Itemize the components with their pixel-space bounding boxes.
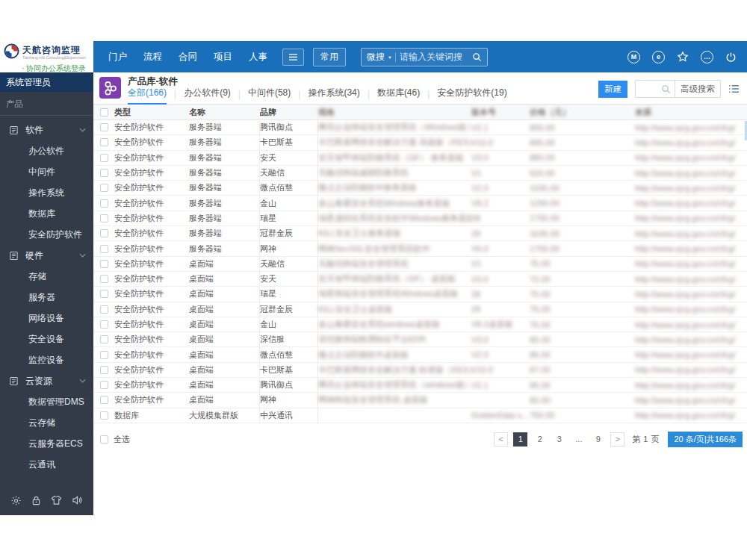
cell: http://www.zjcg.gov.cn/cfcg/ xyxy=(635,335,747,344)
header-checkbox[interactable] xyxy=(100,108,108,116)
sidebar-item-2-0[interactable]: 数据管理DMS xyxy=(0,391,93,412)
nav-item-0[interactable]: 门户 xyxy=(108,51,127,63)
sidebar-item-2-1[interactable]: 云存储 xyxy=(0,412,93,433)
prev-page-button[interactable]: < xyxy=(494,432,508,447)
m-app-icon[interactable]: M xyxy=(627,51,640,63)
row-checkbox[interactable] xyxy=(100,381,108,389)
sidebar-item-1-1[interactable]: 服务器 xyxy=(0,287,93,308)
select-all-checkbox[interactable] xyxy=(100,435,108,444)
page-size-summary[interactable]: 20 条/页|共166条 xyxy=(668,432,743,447)
table-row: 安全防护软件桌面端瑞星瑞星终端安全管理系统Windows桌面版2875.00ht… xyxy=(93,287,747,302)
row-checkbox[interactable] xyxy=(100,351,108,359)
table-row: 安全防护软件桌面端深信服深信服终端检测响应平台EDRV3.085.00http:… xyxy=(93,332,747,347)
cell: 安全防护软件 xyxy=(114,152,189,164)
row-checkbox[interactable] xyxy=(100,169,108,177)
nav-item-2[interactable]: 合同 xyxy=(179,51,197,63)
power-logout-icon[interactable] xyxy=(725,52,737,63)
page-button-3[interactable]: 3 xyxy=(552,432,566,447)
message-icon[interactable]: e xyxy=(652,51,665,63)
pagination: <123...9>第1页20 条/页|共166条 xyxy=(494,432,743,447)
sidebar-item-0-3[interactable]: 数据库 xyxy=(0,203,93,224)
page-button-1[interactable]: 1 xyxy=(513,432,527,447)
sidebar-item-0-1[interactable]: 中间件 xyxy=(0,161,93,182)
sidebar-group-0[interactable]: 软件 xyxy=(0,119,93,140)
more-options-icon[interactable]: … xyxy=(701,51,713,63)
sidebar-item-2-2[interactable]: 云服务器ECS xyxy=(0,433,93,454)
table-row: 安全防护软件桌面端微点佰慧微点主动防御软件桌面版V2.085.00http://… xyxy=(93,347,747,362)
sidebar-item-0-4[interactable]: 安全防护软件 xyxy=(0,224,93,245)
cell: 服务器端 xyxy=(189,166,260,180)
sidebar-group-2[interactable]: 云资源 xyxy=(0,370,93,391)
row-checkbox[interactable] xyxy=(100,123,108,131)
search-engine-selector[interactable]: 微搜 xyxy=(367,51,385,63)
table-row: 安全防护软件服务器端天融信天融信终端威胁防御系统V1520.00http://w… xyxy=(93,166,747,181)
advanced-search-button[interactable]: 高级搜索 xyxy=(675,81,720,97)
product-table: 类型名称品牌规格版本号价格（元）来源 安全防护软件服务器端腾讯御点腾讯企业终端安… xyxy=(93,105,747,423)
tab-3[interactable]: 操作系统(34) xyxy=(308,87,359,105)
nav-item-4[interactable]: 人事 xyxy=(249,51,267,63)
next-page-button[interactable]: > xyxy=(610,432,624,447)
search-icon[interactable] xyxy=(661,84,671,94)
row-checkbox[interactable] xyxy=(100,199,108,208)
sidebar-section-label: 产品 xyxy=(0,92,93,115)
table-search-input[interactable] xyxy=(636,84,661,93)
tab-4[interactable]: 数据库(46) xyxy=(377,87,420,105)
apps-menu-button[interactable] xyxy=(282,49,304,66)
row-checkbox[interactable] xyxy=(100,275,108,283)
row-checkbox[interactable] xyxy=(100,335,108,343)
page-button-9[interactable]: 9 xyxy=(591,432,605,447)
cell: 76.00 xyxy=(530,320,635,329)
nav-item-1[interactable]: 流程 xyxy=(143,51,162,63)
select-all[interactable]: 全选 xyxy=(100,434,130,445)
row-checkbox[interactable] xyxy=(100,245,108,253)
speaker-icon[interactable] xyxy=(72,495,83,505)
cell: 深信服 xyxy=(260,332,318,346)
sidebar-group-label: 硬件 xyxy=(25,249,72,262)
row-checkbox[interactable] xyxy=(100,154,108,162)
row-checkbox[interactable] xyxy=(100,290,108,298)
favorites-star-icon[interactable] xyxy=(677,51,689,63)
oa-login-link[interactable]: · 协同办公系统登录 xyxy=(22,63,93,74)
page-button-...[interactable]: ... xyxy=(571,432,586,447)
company-name-en: Tianhang Info Consulting&Supervision xyxy=(22,55,86,60)
theme-shirt-icon[interactable] xyxy=(51,495,62,505)
row-checkbox[interactable] xyxy=(100,396,108,404)
cell: 85.00 xyxy=(530,335,635,344)
row-checkbox[interactable] xyxy=(100,229,108,237)
screen: 天航咨询监理 Tianhang Info Consulting&Supervis… xyxy=(0,0,747,560)
row-checkbox[interactable] xyxy=(100,305,108,314)
row-checkbox[interactable] xyxy=(100,411,108,420)
cell: 75.00 xyxy=(530,290,635,299)
current-role-label[interactable]: 系统管理员 xyxy=(0,72,93,92)
nav-item-3[interactable]: 项目 xyxy=(214,51,232,63)
common-menu-button[interactable]: 常用 xyxy=(313,48,346,66)
current-page-number[interactable]: 1 xyxy=(643,435,648,444)
row-checkbox[interactable] xyxy=(100,184,108,192)
row-checkbox[interactable] xyxy=(100,138,108,146)
column-settings-icon[interactable] xyxy=(728,84,740,93)
sidebar-item-1-2[interactable]: 网络设备 xyxy=(0,308,93,329)
lock-icon[interactable] xyxy=(31,495,41,506)
new-button[interactable]: 新建 xyxy=(598,81,627,98)
tab-5[interactable]: 安全防护软件(19) xyxy=(437,87,506,105)
row-checkbox[interactable] xyxy=(100,320,108,329)
row-checkbox[interactable] xyxy=(100,260,108,268)
global-search-input[interactable] xyxy=(400,52,468,62)
sidebar-item-1-3[interactable]: 安全设备 xyxy=(0,329,93,349)
search-icon[interactable] xyxy=(472,52,482,62)
sidebar-item-2-3[interactable]: 云通讯 xyxy=(0,454,93,475)
sidebar-item-0-2[interactable]: 操作系统 xyxy=(0,182,93,203)
row-checkbox[interactable] xyxy=(100,214,108,223)
cell: 卡巴斯基 xyxy=(260,363,318,377)
tab-0[interactable]: 全部(166) xyxy=(128,87,167,105)
sidebar-item-0-0[interactable]: 办公软件 xyxy=(0,140,93,161)
page-button-2[interactable]: 2 xyxy=(533,432,547,447)
row-checkbox[interactable] xyxy=(100,366,108,374)
sidebar-item-1-4[interactable]: 监控设备 xyxy=(0,349,93,370)
sidebar-group-1[interactable]: 硬件 xyxy=(0,245,93,266)
cell: http://www.zjcg.gov.cn/cfcg/ xyxy=(635,275,747,284)
sidebar-item-1-0[interactable]: 存储 xyxy=(0,266,93,287)
gear-icon[interactable] xyxy=(10,495,22,506)
tab-2[interactable]: 中间件(58) xyxy=(248,87,291,105)
tab-1[interactable]: 办公软件(9) xyxy=(184,87,231,105)
